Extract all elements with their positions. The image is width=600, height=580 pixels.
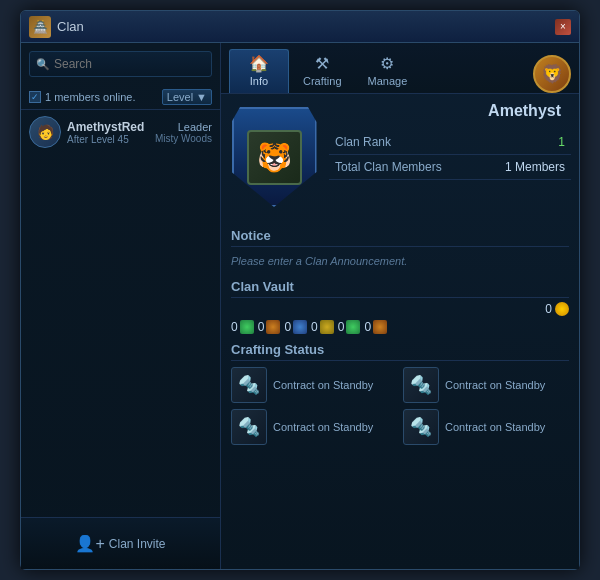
- craft-label-0: Contract on Standby: [273, 379, 373, 391]
- clan-info-top: 🐯 Amethyst Clan Rank 1 Total Clan Member…: [221, 94, 579, 220]
- material-item: 0: [338, 320, 361, 334]
- tab-crafting[interactable]: ⚒ Crafting: [291, 50, 354, 93]
- clan-window: 🏯 Clan × 🔍 ✓ 1 members online. Level ▼: [20, 10, 580, 570]
- tab-info[interactable]: 🏠 Info: [229, 49, 289, 93]
- crafting-tab-icon: ⚒: [315, 54, 329, 73]
- members-header: ✓ 1 members online. Level ▼: [21, 85, 220, 110]
- mat-icon-green-2: [346, 320, 360, 334]
- manage-tab-label: Manage: [368, 75, 408, 87]
- mat-amount-4: 0: [338, 320, 345, 334]
- craft-icon-3: 🔩: [403, 409, 439, 445]
- window-title: Clan: [57, 19, 555, 34]
- clan-info-box: Amethyst Clan Rank 1 Total Clan Members …: [329, 102, 571, 180]
- members-checkbox[interactable]: ✓: [29, 91, 41, 103]
- vault-title: Clan Vault: [231, 279, 569, 298]
- main-layout: 🔍 ✓ 1 members online. Level ▼ 🧑 Amethyst…: [21, 43, 579, 569]
- right-panel: 🏠 Info ⚒ Crafting ⚙ Manage 🦁: [221, 43, 579, 569]
- mat-icon-orange-2: [373, 320, 387, 334]
- title-bar: 🏯 Clan ×: [21, 11, 579, 43]
- clan-name: Amethyst: [329, 102, 571, 120]
- right-content: Notice Please enter a Clan Announcement.…: [221, 220, 579, 569]
- table-row: Total Clan Members 1 Members: [329, 155, 571, 180]
- material-item: 0: [258, 320, 281, 334]
- member-location: Misty Woods: [155, 133, 212, 144]
- avatar: 🧑: [29, 116, 61, 148]
- member-sub: After Level 45: [67, 134, 149, 145]
- clan-rank-value: 1: [480, 130, 571, 155]
- clan-invite-icon: 👤+: [75, 534, 104, 553]
- clan-invite-label: Clan Invite: [109, 537, 166, 551]
- craft-item-2: 🔩 Contract on Standby: [231, 409, 397, 445]
- craft-label-3: Contract on Standby: [445, 421, 545, 433]
- left-panel: 🔍 ✓ 1 members online. Level ▼ 🧑 Amethyst…: [21, 43, 221, 569]
- member-role-text: Leader: [155, 121, 212, 133]
- total-members-value: 1 Members: [480, 155, 571, 180]
- craft-icon-1: 🔩: [403, 367, 439, 403]
- material-item: 0: [231, 320, 254, 334]
- mat-amount-0: 0: [231, 320, 238, 334]
- member-info: AmethystRed After Level 45: [67, 120, 149, 145]
- clan-invite-button[interactable]: 👤+ Clan Invite: [21, 517, 220, 569]
- crafting-tab-label: Crafting: [303, 75, 342, 87]
- manage-tab-icon: ⚙: [380, 54, 394, 73]
- gold-icon: [555, 302, 569, 316]
- materials-row: 0 0 0 0 0: [231, 320, 569, 334]
- vault-gold-amount: 0: [545, 302, 552, 316]
- members-online-text: 1 members online.: [45, 91, 158, 103]
- craft-label-2: Contract on Standby: [273, 421, 373, 433]
- craft-item-3: 🔩 Contract on Standby: [403, 409, 569, 445]
- clan-rank-label: Clan Rank: [329, 130, 480, 155]
- clan-stats-table: Clan Rank 1 Total Clan Members 1 Members: [329, 130, 571, 180]
- craft-icon-0: 🔩: [231, 367, 267, 403]
- material-item: 0: [284, 320, 307, 334]
- table-row: Clan Rank 1: [329, 130, 571, 155]
- mat-amount-5: 0: [364, 320, 371, 334]
- member-name: AmethystRed: [67, 120, 149, 134]
- total-members-label: Total Clan Members: [329, 155, 480, 180]
- tab-manage[interactable]: ⚙ Manage: [356, 50, 420, 93]
- craft-icon-2: 🔩: [231, 409, 267, 445]
- mat-amount-2: 0: [284, 320, 291, 334]
- mat-icon-orange-1: [266, 320, 280, 334]
- emblem-shield: 🐯: [232, 107, 317, 207]
- info-tab-label: Info: [250, 75, 268, 87]
- tab-bar: 🏠 Info ⚒ Crafting ⚙ Manage 🦁: [221, 43, 579, 94]
- mat-icon-gold: [320, 320, 334, 334]
- material-item: 0: [364, 320, 387, 334]
- search-box[interactable]: 🔍: [29, 51, 212, 77]
- emblem-inner: 🐯: [247, 130, 302, 185]
- material-item: 0: [311, 320, 334, 334]
- member-list: 🧑 AmethystRed After Level 45 Leader Mist…: [21, 110, 220, 517]
- search-icon: 🔍: [36, 58, 50, 71]
- list-item[interactable]: 🧑 AmethystRed After Level 45 Leader Mist…: [21, 110, 220, 154]
- mat-icon-blue: [293, 320, 307, 334]
- profile-avatar[interactable]: 🦁: [533, 55, 571, 93]
- clan-emblem: 🐯: [229, 102, 319, 212]
- mat-amount-1: 0: [258, 320, 265, 334]
- craft-label-1: Contract on Standby: [445, 379, 545, 391]
- craft-item-1: 🔩 Contract on Standby: [403, 367, 569, 403]
- notice-title: Notice: [231, 228, 569, 247]
- crafting-title: Crafting Status: [231, 342, 569, 361]
- search-input[interactable]: [54, 57, 205, 71]
- info-tab-icon: 🏠: [249, 54, 269, 73]
- mat-icon-green-1: [240, 320, 254, 334]
- craft-item-0: 🔩 Contract on Standby: [231, 367, 397, 403]
- mat-amount-3: 0: [311, 320, 318, 334]
- window-icon: 🏯: [29, 16, 51, 38]
- member-role: Leader Misty Woods: [155, 121, 212, 144]
- close-button[interactable]: ×: [555, 19, 571, 35]
- vault-gold-row: 0: [231, 302, 569, 316]
- level-dropdown[interactable]: Level ▼: [162, 89, 212, 105]
- crafting-grid: 🔩 Contract on Standby 🔩 Contract on Stan…: [231, 367, 569, 445]
- notice-text: Please enter a Clan Announcement.: [231, 251, 569, 271]
